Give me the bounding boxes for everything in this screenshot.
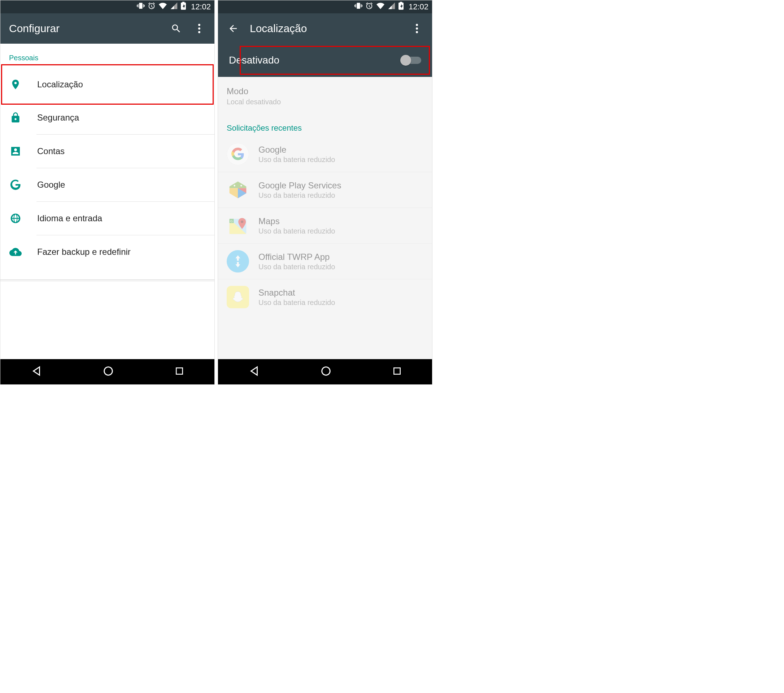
- app-name: Maps: [259, 216, 335, 226]
- settings-item-label: Idioma e entrada: [37, 213, 102, 224]
- page-title: Localização: [250, 22, 400, 35]
- app-usage: Uso da bateria reduzido: [259, 156, 335, 164]
- lock-icon: [9, 111, 22, 124]
- account-icon: [9, 145, 22, 158]
- alarm-icon: [365, 2, 373, 12]
- svg-text:G: G: [230, 219, 233, 223]
- nav-recents-button[interactable]: [174, 365, 185, 378]
- back-button[interactable]: [227, 22, 240, 35]
- battery-charging-icon: [181, 2, 186, 12]
- settings-item-contas[interactable]: Contas: [0, 135, 214, 168]
- settings-content: Pessoais Localização Segurança Contas Go…: [0, 44, 214, 359]
- location-switch[interactable]: [402, 55, 421, 66]
- mode-row: Modo Local desativado: [218, 77, 432, 115]
- page-title: Configurar: [9, 22, 160, 35]
- svg-point-3: [104, 367, 112, 375]
- settings-item-backup[interactable]: Fazer backup e redefinir: [0, 235, 214, 268]
- app-usage: Uso da bateria reduzido: [259, 298, 335, 307]
- svg-point-8: [234, 185, 236, 187]
- wifi-icon: [158, 2, 167, 12]
- settings-item-google[interactable]: Google: [0, 168, 214, 201]
- status-bar: 12:02: [218, 0, 432, 13]
- search-button[interactable]: [170, 22, 183, 35]
- app-row-snapchat: SnapchatUso da bateria reduzido: [218, 279, 432, 315]
- settings-item-label: Segurança: [37, 113, 79, 123]
- mode-subtitle: Local desativado: [227, 98, 423, 106]
- overflow-menu-button[interactable]: [193, 22, 206, 35]
- cloud-up-icon: [9, 245, 22, 258]
- wifi-icon: [376, 2, 385, 12]
- recent-requests-header: Solicitações recentes: [218, 115, 432, 137]
- settings-item-idioma[interactable]: Idioma e entrada: [0, 202, 214, 235]
- settings-item-localizacao[interactable]: Localização: [0, 68, 214, 101]
- google-icon: [9, 178, 22, 191]
- maps-icon: G: [227, 214, 249, 237]
- nav-bar: [0, 359, 214, 384]
- nav-home-button[interactable]: [320, 365, 332, 379]
- google-g-icon: [227, 143, 249, 165]
- snapchat-icon: [227, 286, 249, 308]
- nav-back-button[interactable]: [248, 365, 260, 379]
- status-time: 12:02: [408, 2, 428, 12]
- settings-item-seguranca[interactable]: Segurança: [0, 101, 214, 134]
- svg-rect-15: [394, 368, 400, 374]
- signal-icon: [170, 2, 178, 12]
- app-name: Snapchat: [259, 288, 335, 298]
- location-content: Modo Local desativado Solicitações recen…: [218, 77, 432, 359]
- svg-point-14: [321, 367, 330, 375]
- nav-home-button[interactable]: [102, 365, 114, 379]
- section-header-pessoais: Pessoais: [0, 44, 214, 68]
- vibrate-icon: [137, 2, 145, 12]
- app-name: Google Play Services: [259, 181, 341, 191]
- svg-rect-4: [176, 368, 183, 374]
- battery-charging-icon: [399, 2, 404, 12]
- settings-item-label: Contas: [37, 146, 64, 156]
- svg-point-0: [198, 24, 200, 26]
- location-icon: [9, 78, 22, 91]
- location-toggle-row[interactable]: Desativado: [218, 44, 432, 77]
- app-bar: Configurar: [0, 13, 214, 44]
- app-usage: Uso da bateria reduzido: [259, 227, 335, 235]
- status-time: 12:02: [191, 2, 211, 12]
- app-usage: Uso da bateria reduzido: [259, 263, 335, 271]
- phone-location: 12:02 Localização Desativado Modo Local …: [217, 0, 432, 385]
- vibrate-icon: [354, 2, 362, 12]
- svg-point-11: [241, 221, 243, 223]
- twrp-icon: [227, 250, 249, 273]
- app-name: Official TWRP App: [259, 252, 335, 262]
- app-row-google: GoogleUso da bateria reduzido: [218, 137, 432, 172]
- svg-point-1: [198, 28, 200, 30]
- svg-point-7: [416, 31, 418, 33]
- app-row-play-services: Google Play ServicesUso da bateria reduz…: [218, 172, 432, 208]
- globe-icon: [9, 212, 22, 225]
- nav-recents-button[interactable]: [392, 365, 402, 378]
- mode-title: Modo: [227, 86, 423, 96]
- app-row-twrp: Official TWRP AppUso da bateria reduzido: [218, 244, 432, 279]
- app-row-maps: G MapsUso da bateria reduzido: [218, 208, 432, 244]
- signal-icon: [388, 2, 395, 12]
- nav-bar: [218, 359, 432, 384]
- svg-point-5: [416, 24, 418, 26]
- settings-item-label: Google: [37, 180, 65, 190]
- app-bar: Localização: [218, 13, 432, 44]
- alarm-icon: [148, 2, 156, 12]
- svg-point-6: [416, 28, 418, 30]
- status-bar: 12:02: [0, 0, 214, 13]
- app-usage: Uso da bateria reduzido: [259, 191, 341, 199]
- app-name: Google: [259, 145, 335, 155]
- nav-back-button[interactable]: [30, 365, 43, 379]
- svg-point-9: [240, 185, 242, 187]
- settings-item-label: Fazer backup e redefinir: [37, 247, 131, 257]
- phone-settings: 12:02 Configurar Pessoais Localização Se…: [0, 0, 215, 385]
- toggle-label: Desativado: [229, 54, 402, 66]
- svg-point-2: [198, 31, 200, 33]
- play-services-icon: [227, 179, 249, 201]
- overflow-menu-button[interactable]: [410, 22, 423, 35]
- settings-item-label: Localização: [37, 79, 83, 89]
